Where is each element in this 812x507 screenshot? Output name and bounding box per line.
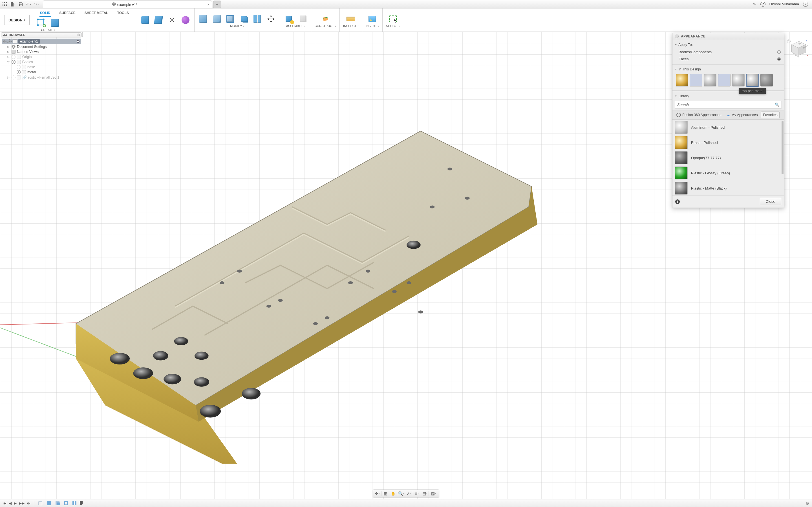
library-search[interactable]: 🔍 xyxy=(675,101,782,108)
tab-solid[interactable]: SOLID xyxy=(40,10,51,17)
visibility-icon[interactable] xyxy=(11,75,15,79)
tree-doc-settings[interactable]: ▷ Document Settings xyxy=(2,44,81,49)
swatch-top-pcb-metal[interactable]: top-pcb-metal xyxy=(746,74,759,87)
swatch-steel-2[interactable] xyxy=(732,74,745,87)
construct-label[interactable]: CONSTRUCT xyxy=(315,24,336,27)
visibility-icon[interactable]: 👁 xyxy=(11,60,15,64)
scrollbar[interactable] xyxy=(781,121,783,174)
swatch-blue-1[interactable] xyxy=(690,74,702,87)
visibility-icon[interactable]: 👁 xyxy=(17,70,20,74)
feature-extrude[interactable] xyxy=(46,501,52,506)
close-button[interactable]: Close xyxy=(760,198,781,205)
undo-icon[interactable]: ↶ xyxy=(25,1,32,8)
in-design-section[interactable]: In This Design xyxy=(675,67,781,71)
view-cube[interactable]: TOP FRONT RIGHT z x xyxy=(786,37,808,59)
swatch-steel-1[interactable] xyxy=(704,74,716,87)
hole-button[interactable] xyxy=(167,15,177,25)
look-at-icon[interactable]: ▦ xyxy=(383,491,389,496)
radio-faces[interactable] xyxy=(777,57,781,61)
tree-body-base[interactable]: base xyxy=(2,64,81,69)
swatch-steel-3[interactable] xyxy=(760,74,773,87)
visibility-icon[interactable] xyxy=(17,65,20,69)
tree-linked-comp[interactable]: ▷ 🔗 rcstick-f-small v30:1 xyxy=(2,75,81,80)
libtab-fusion[interactable]: Fusion 360 Appearances xyxy=(675,112,723,118)
material-aluminum[interactable]: Aluminum - Polished xyxy=(672,120,784,135)
tree-origin[interactable]: ▷ Origin xyxy=(2,54,81,59)
insert-label[interactable]: INSERT xyxy=(366,24,379,27)
plane-button[interactable] xyxy=(320,14,331,24)
grid-icon[interactable]: ▤ xyxy=(423,491,429,496)
collapse-icon[interactable]: ◀◀ xyxy=(3,34,7,37)
search-input[interactable] xyxy=(675,101,772,108)
new-component-button[interactable] xyxy=(283,14,294,24)
feature-combine[interactable] xyxy=(54,501,61,506)
visibility-icon[interactable]: 👁 xyxy=(8,40,11,43)
tree-bodies[interactable]: ▽👁 Bodies xyxy=(2,59,81,64)
material-plastic-black[interactable]: Plastic - Matte (Black) xyxy=(672,180,784,195)
material-opaque[interactable]: Opaque(77,77,77) xyxy=(672,150,784,165)
tab-sheet-metal[interactable]: SHEET METAL xyxy=(84,10,109,17)
help-icon[interactable]: ? xyxy=(803,2,808,7)
tree-named-views[interactable]: ▷ Named Views xyxy=(2,49,81,54)
workspace-dropdown[interactable]: DESIGN xyxy=(4,15,30,25)
pan-icon[interactable]: ✋ xyxy=(391,491,397,496)
document-tab[interactable]: example v1* × xyxy=(43,1,212,8)
revolve-button[interactable] xyxy=(140,15,150,25)
viewport[interactable]: ◀◀ BROWSER �△👁 example v1 ▷ Document Set… xyxy=(0,32,812,499)
material-plastic-green[interactable]: Plastic - Glossy (Green) xyxy=(672,165,784,180)
zoom-icon[interactable]: 🔍 xyxy=(399,491,405,496)
new-sketch-button[interactable] xyxy=(36,18,47,27)
tree-body-metal[interactable]: 👁 metal xyxy=(2,69,81,75)
assemble-label[interactable]: ASSEMBLE xyxy=(286,24,305,27)
app-grid-icon[interactable] xyxy=(1,1,8,8)
feature-shell[interactable] xyxy=(63,501,69,506)
tab-tools[interactable]: TOOLS xyxy=(117,10,130,17)
select-label[interactable]: SELECT xyxy=(386,24,400,27)
file-menu-icon[interactable] xyxy=(9,1,16,8)
measure-button[interactable] xyxy=(345,14,356,24)
timeline-play-icon[interactable]: ▶ xyxy=(14,501,17,505)
move-button[interactable] xyxy=(266,14,276,24)
viewports-icon[interactable]: ▨ xyxy=(430,491,437,496)
tree-root[interactable]: �△👁 example v1 xyxy=(2,39,81,44)
press-pull-button[interactable] xyxy=(198,14,209,24)
display-icon[interactable]: 🖥 xyxy=(415,491,421,496)
new-tab-button[interactable]: + xyxy=(213,1,221,8)
create-label[interactable]: CREATE xyxy=(41,28,55,32)
pin-icon[interactable] xyxy=(77,34,80,36)
info-icon[interactable]: i xyxy=(675,200,680,204)
apply-bodies-row[interactable]: Bodies/Components xyxy=(675,48,781,55)
inspect-label[interactable]: INSPECT xyxy=(343,24,359,27)
username-label[interactable]: Hiroshi Murayama xyxy=(769,2,799,6)
form-button[interactable] xyxy=(180,15,191,25)
timeline-next-icon[interactable]: ▶▶ xyxy=(19,501,24,505)
timeline-prev-icon[interactable]: ◀ xyxy=(9,501,11,505)
insert-button[interactable] xyxy=(367,14,377,24)
sweep-button[interactable] xyxy=(153,15,164,25)
appearance-header[interactable]: APPEARANCE xyxy=(672,33,784,40)
modify-label[interactable]: MODIFY xyxy=(230,24,244,27)
timeline-settings-icon[interactable]: ⚙ xyxy=(806,501,809,506)
radio-bodies[interactable] xyxy=(777,50,781,54)
panel-splitter[interactable] xyxy=(82,33,83,37)
select-button[interactable] xyxy=(388,14,398,24)
swatch-blue-2[interactable] xyxy=(718,74,730,87)
job-status-icon[interactable]: ◔ xyxy=(760,2,765,7)
joint-button[interactable] xyxy=(297,14,308,24)
save-icon[interactable] xyxy=(17,1,24,8)
browser-header[interactable]: ◀◀ BROWSER xyxy=(1,33,81,38)
timeline-start-icon[interactable]: ⏮ xyxy=(3,501,6,505)
feature-sketch[interactable] xyxy=(38,501,44,506)
combine-button[interactable] xyxy=(239,14,249,24)
swatch-brass[interactable] xyxy=(676,74,688,87)
extensions-icon[interactable]: ➣ xyxy=(753,1,756,7)
search-icon[interactable]: 🔍 xyxy=(772,103,781,107)
fillet-button[interactable] xyxy=(211,14,222,24)
minimize-icon[interactable] xyxy=(675,34,679,38)
library-list[interactable]: Aluminum - Polished Brass - Polished Opa… xyxy=(672,120,784,195)
fit-icon[interactable]: ⤢ xyxy=(407,491,413,496)
redo-icon[interactable]: ↷ xyxy=(33,1,40,8)
shell-button[interactable] xyxy=(225,14,236,24)
library-section[interactable]: Library xyxy=(675,94,781,98)
libtab-favorites[interactable]: Favorites xyxy=(761,112,779,118)
